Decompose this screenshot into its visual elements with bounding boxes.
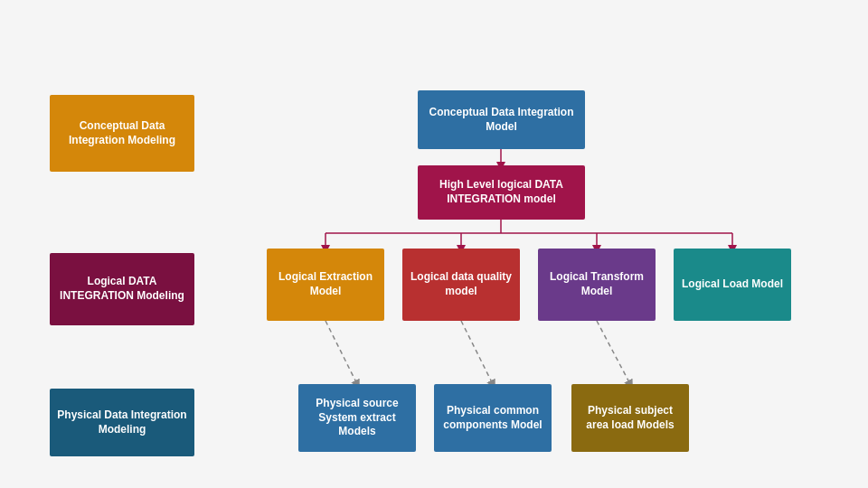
box-physical_subject: Physical subject area load Models [571, 384, 689, 452]
svg-line-8 [461, 321, 493, 384]
box-logical_extraction: Logical Extraction Model [267, 249, 384, 321]
box-conceptual_top: Conceptual Data Integration Model [418, 90, 585, 149]
box-physical_left: Physical Data Integration Modeling [50, 389, 194, 456]
svg-line-7 [326, 321, 357, 384]
box-logical_quality: Logical data quality model [402, 249, 520, 321]
box-physical_source: Physical source System extract Models [298, 384, 416, 452]
box-logical_load: Logical Load Model [674, 249, 791, 321]
box-conceptual_left: Conceptual Data Integration Modeling [50, 95, 194, 172]
box-logical_left: Logical DATA INTEGRATION Modeling [50, 253, 194, 325]
box-physical_common: Physical common components Model [434, 384, 552, 452]
box-logical_transform: Logical Transform Model [538, 249, 656, 321]
page: Conceptual Data Integration ModelingConc… [0, 0, 868, 488]
svg-line-9 [597, 321, 630, 384]
box-high_level: High Level logical DATA INTEGRATION mode… [418, 165, 585, 220]
